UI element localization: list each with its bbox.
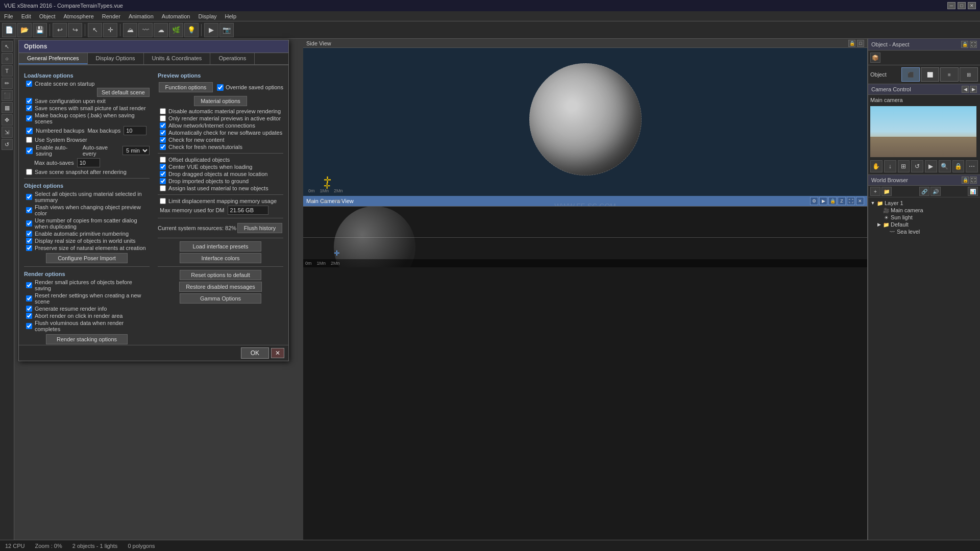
menu-help[interactable]: Help: [221, 12, 241, 20]
tab-general-preferences[interactable]: General Preferences: [19, 53, 88, 64]
tree-layer1[interactable]: ▼ 📁 Layer 1: [870, 199, 978, 207]
wb-chart[interactable]: 📊: [968, 187, 978, 196]
cb-primitive-numbering-input[interactable]: [26, 231, 32, 237]
tool-open[interactable]: 📂: [17, 23, 32, 37]
sidebar-pointer-icon[interactable]: ↖: [2, 41, 13, 52]
close-button[interactable]: ✕: [968, 2, 976, 9]
wb-lock[interactable]: 🔒: [962, 177, 969, 184]
cb-fresh-news-input[interactable]: [160, 144, 166, 150]
sidebar-circle-icon[interactable]: ○: [2, 53, 13, 64]
cb-auto-save[interactable]: [26, 147, 33, 154]
minimize-button[interactable]: ─: [947, 2, 955, 9]
function-options-button[interactable]: Function options: [159, 82, 213, 92]
cb-save-config-input[interactable]: [26, 98, 32, 104]
max-backups-input[interactable]: [124, 126, 146, 135]
max-memory-input[interactable]: [228, 206, 268, 215]
cb-auto-check-input[interactable]: [160, 130, 166, 136]
tool-undo[interactable]: ↩: [53, 23, 67, 37]
restore-disabled-button[interactable]: Restore disabled messages: [179, 282, 262, 292]
menu-display[interactable]: Display: [194, 12, 220, 20]
tool-light[interactable]: 💡: [184, 23, 199, 37]
cam-view-render[interactable]: ▶: [819, 197, 827, 205]
cb-disable-auto-preview-input[interactable]: [160, 108, 166, 114]
cb-numbered-backups[interactable]: [26, 128, 33, 134]
tree-sun-light[interactable]: ☀ Sun light: [870, 214, 978, 221]
wb-folder[interactable]: 📁: [881, 187, 892, 196]
menu-atmosphere[interactable]: Atmosphere: [60, 12, 98, 20]
sidebar-fill-icon[interactable]: ⬛: [2, 90, 13, 101]
menu-edit[interactable]: Edit: [17, 12, 35, 20]
camera-next[interactable]: ▶: [970, 86, 977, 93]
cam-view-expand[interactable]: ⛶: [847, 197, 855, 205]
tree-default[interactable]: ▶ 📁 Default: [870, 221, 978, 228]
cb-offset-dup-input[interactable]: [160, 157, 166, 163]
cb-override-saved[interactable]: [217, 84, 224, 91]
maximize-button[interactable]: □: [958, 2, 966, 9]
cb-preserve-size-input[interactable]: [26, 245, 32, 251]
cb-limit-disp-input[interactable]: [160, 198, 166, 204]
tool-atmosphere[interactable]: ☁: [154, 23, 168, 37]
cam-ctrl-lock[interactable]: 🔒: [952, 160, 965, 172]
cam-ctrl-more[interactable]: ⋯: [966, 160, 978, 172]
cam-view-close[interactable]: ✕: [856, 197, 864, 205]
cb-network-input[interactable]: [160, 122, 166, 129]
object-aspect-lock[interactable]: 🔒: [961, 41, 968, 48]
menu-render[interactable]: Render: [98, 12, 125, 20]
render-stacking-button[interactable]: Render stacking options: [46, 334, 128, 344]
sidebar-scale-icon[interactable]: ⇲: [2, 127, 13, 138]
cam-view-lock[interactable]: 🔒: [828, 197, 837, 205]
cb-snapshot-input[interactable]: [26, 169, 32, 175]
camera-prev[interactable]: ◀: [962, 86, 969, 93]
material-options-button[interactable]: Material options: [194, 96, 247, 106]
flush-history-button[interactable]: Flush history: [237, 223, 282, 233]
cb-use-copies-input[interactable]: [26, 220, 32, 227]
interface-colors-button[interactable]: Interface colors: [180, 253, 261, 263]
side-view-lock[interactable]: 🔒: [848, 40, 855, 47]
cb-drop-imported-input[interactable]: [160, 178, 166, 184]
menu-file[interactable]: File: [0, 12, 17, 20]
wb-link[interactable]: 🔗: [919, 187, 929, 196]
cam-ctrl-grid[interactable]: ⊞: [898, 160, 910, 172]
max-auto-saves-input[interactable]: [77, 158, 100, 167]
sidebar-move-icon[interactable]: ✥: [2, 114, 13, 126]
cb-backup-input[interactable]: [26, 115, 32, 121]
cb-center-vue-input[interactable]: [160, 164, 166, 170]
ok-button[interactable]: OK: [241, 347, 269, 359]
menu-animation[interactable]: Animation: [125, 12, 158, 20]
cam-view-settings[interactable]: ⚙: [810, 197, 818, 205]
cb-assign-material-input[interactable]: [160, 185, 166, 191]
load-presets-button[interactable]: Load interface presets: [180, 241, 261, 252]
tool-save[interactable]: 💾: [33, 23, 47, 37]
sidebar-rotate-icon[interactable]: ↺: [2, 139, 13, 150]
tab-operations[interactable]: Operations: [210, 53, 255, 64]
tool-select[interactable]: ↖: [88, 23, 102, 37]
object-tab-4[interactable]: ⊞: [960, 67, 978, 82]
sidebar-gradient-icon[interactable]: ▦: [2, 102, 13, 113]
dialog-close-button[interactable]: ✕: [271, 348, 284, 358]
cb-abort-render-input[interactable]: [26, 313, 32, 319]
tool-redo[interactable]: ↪: [68, 23, 82, 37]
cam-ctrl-reset[interactable]: ↺: [911, 160, 923, 172]
object-tab-3[interactable]: ≡: [940, 67, 959, 82]
cb-display-size-input[interactable]: [26, 238, 32, 244]
wb-expand[interactable]: ⛶: [970, 177, 977, 184]
tool-move[interactable]: ✛: [103, 23, 117, 37]
gamma-options-button[interactable]: Gamma Options: [180, 293, 261, 304]
tool-plant[interactable]: 🌿: [169, 23, 183, 37]
sidebar-text-icon[interactable]: T: [2, 65, 13, 77]
cb-new-content-input[interactable]: [160, 137, 166, 143]
cb-reset-render-input[interactable]: [26, 295, 32, 302]
cb-flush-vol-input[interactable]: [26, 323, 32, 329]
tab-display-options[interactable]: Display Options: [88, 53, 144, 64]
tool-terrain[interactable]: ⛰: [123, 23, 137, 37]
cb-render-small-input[interactable]: [26, 282, 32, 288]
cb-select-material-input[interactable]: [26, 194, 32, 200]
cb-drop-dragged-input[interactable]: [160, 171, 166, 177]
cb-only-active-editor-input[interactable]: [160, 115, 166, 121]
sidebar-pen-icon[interactable]: ✏: [2, 78, 13, 89]
tool-render[interactable]: ▶: [204, 23, 218, 37]
cam-ctrl-hand[interactable]: ✋: [870, 160, 883, 172]
cb-resume-render-input[interactable]: [26, 306, 32, 312]
configure-poser-button[interactable]: Configure Poser Import: [46, 253, 128, 263]
wb-sound[interactable]: 🔊: [930, 187, 941, 196]
